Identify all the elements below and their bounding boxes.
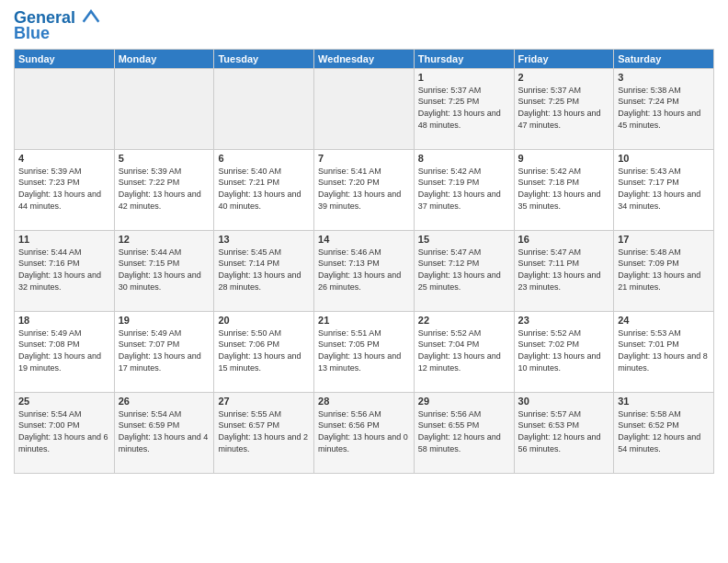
daylight-text: Daylight: 13 hours and 17 minutes. — [119, 350, 210, 373]
cell-info: Sunrise: 5:40 AM Sunset: 7:21 PM Dayligh… — [218, 166, 310, 212]
date-number: 31 — [618, 396, 710, 407]
cell-info: Sunrise: 5:53 AM Sunset: 7:01 PM Dayligh… — [618, 327, 710, 373]
date-number: 6 — [218, 153, 310, 164]
sunset-text: Sunset: 7:25 PM — [418, 96, 510, 108]
cell-info: Sunrise: 5:47 AM Sunset: 7:12 PM Dayligh… — [418, 247, 510, 293]
calendar-cell: 9 Sunrise: 5:42 AM Sunset: 7:18 PM Dayli… — [514, 149, 614, 230]
calendar-cell: 14 Sunrise: 5:46 AM Sunset: 7:13 PM Dayl… — [314, 230, 415, 311]
cell-info: Sunrise: 5:49 AM Sunset: 7:08 PM Dayligh… — [18, 327, 110, 373]
sunset-text: Sunset: 7:19 PM — [418, 177, 510, 189]
cell-info: Sunrise: 5:57 AM Sunset: 6:53 PM Dayligh… — [518, 408, 610, 454]
sunrise-text: Sunrise: 5:57 AM — [518, 408, 610, 420]
sunrise-text: Sunrise: 5:42 AM — [518, 166, 610, 178]
daylight-text: Daylight: 13 hours and 40 minutes. — [218, 189, 310, 212]
date-number: 9 — [518, 153, 610, 164]
week-row-4: 18 Sunrise: 5:49 AM Sunset: 7:08 PM Dayl… — [15, 311, 714, 392]
daylight-text: Daylight: 13 hours and 42 minutes. — [119, 189, 210, 212]
cell-info: Sunrise: 5:54 AM Sunset: 7:00 PM Dayligh… — [18, 408, 110, 454]
cell-info: Sunrise: 5:55 AM Sunset: 6:57 PM Dayligh… — [218, 408, 310, 454]
sunset-text: Sunset: 7:24 PM — [618, 96, 710, 108]
date-number: 3 — [618, 72, 710, 83]
sunrise-text: Sunrise: 5:49 AM — [119, 327, 210, 339]
week-row-3: 11 Sunrise: 5:44 AM Sunset: 7:16 PM Dayl… — [15, 230, 714, 311]
sunset-text: Sunset: 7:23 PM — [18, 177, 110, 189]
sunset-text: Sunset: 7:02 PM — [518, 339, 610, 350]
daylight-text: Daylight: 13 hours and 2 minutes. — [218, 431, 310, 454]
cell-info: Sunrise: 5:49 AM Sunset: 7:07 PM Dayligh… — [119, 327, 210, 373]
date-number: 11 — [18, 234, 110, 245]
sunset-text: Sunset: 7:08 PM — [18, 339, 110, 350]
daylight-text: Daylight: 13 hours and 0 minutes. — [318, 431, 410, 454]
day-header-thursday: Thursday — [414, 49, 514, 68]
calendar-cell: 13 Sunrise: 5:45 AM Sunset: 7:14 PM Dayl… — [214, 230, 314, 311]
calendar-cell: 21 Sunrise: 5:51 AM Sunset: 7:05 PM Dayl… — [314, 311, 415, 392]
cell-info: Sunrise: 5:42 AM Sunset: 7:19 PM Dayligh… — [418, 166, 510, 212]
daylight-text: Daylight: 13 hours and 48 minutes. — [418, 108, 510, 131]
sunset-text: Sunset: 7:18 PM — [518, 177, 610, 189]
sunrise-text: Sunrise: 5:51 AM — [318, 327, 410, 339]
date-number: 10 — [618, 153, 710, 164]
date-number: 14 — [318, 234, 410, 245]
date-number: 13 — [218, 234, 310, 245]
sunrise-text: Sunrise: 5:44 AM — [18, 247, 110, 259]
calendar-cell: 25 Sunrise: 5:54 AM Sunset: 7:00 PM Dayl… — [15, 392, 115, 473]
cell-info: Sunrise: 5:41 AM Sunset: 7:20 PM Dayligh… — [318, 166, 410, 212]
week-row-2: 4 Sunrise: 5:39 AM Sunset: 7:23 PM Dayli… — [15, 149, 714, 230]
sunset-text: Sunset: 7:11 PM — [518, 258, 610, 270]
calendar-cell: 8 Sunrise: 5:42 AM Sunset: 7:19 PM Dayli… — [414, 149, 514, 230]
sunset-text: Sunset: 6:56 PM — [318, 419, 410, 431]
calendar-cell: 23 Sunrise: 5:52 AM Sunset: 7:02 PM Dayl… — [514, 311, 614, 392]
cell-info: Sunrise: 5:51 AM Sunset: 7:05 PM Dayligh… — [318, 327, 410, 373]
sunrise-text: Sunrise: 5:53 AM — [618, 327, 710, 339]
calendar-cell: 12 Sunrise: 5:44 AM Sunset: 7:15 PM Dayl… — [114, 230, 214, 311]
sunset-text: Sunset: 6:59 PM — [119, 419, 210, 431]
week-row-1: 1 Sunrise: 5:37 AM Sunset: 7:25 PM Dayli… — [15, 68, 714, 149]
day-header-saturday: Saturday — [614, 49, 714, 68]
cell-info: Sunrise: 5:56 AM Sunset: 6:56 PM Dayligh… — [318, 408, 410, 454]
sunset-text: Sunset: 7:14 PM — [218, 258, 310, 270]
sunrise-text: Sunrise: 5:52 AM — [518, 327, 610, 339]
cell-info: Sunrise: 5:47 AM Sunset: 7:11 PM Dayligh… — [518, 247, 610, 293]
cell-info: Sunrise: 5:43 AM Sunset: 7:17 PM Dayligh… — [618, 166, 710, 212]
daylight-text: Daylight: 12 hours and 56 minutes. — [518, 431, 610, 454]
sunset-text: Sunset: 7:04 PM — [418, 339, 510, 350]
logo: General Blue — [14, 9, 100, 43]
calendar-cell: 20 Sunrise: 5:50 AM Sunset: 7:06 PM Dayl… — [214, 311, 314, 392]
calendar-cell: 3 Sunrise: 5:38 AM Sunset: 7:24 PM Dayli… — [614, 68, 714, 149]
daylight-text: Daylight: 13 hours and 6 minutes. — [18, 431, 110, 454]
cell-info: Sunrise: 5:44 AM Sunset: 7:15 PM Dayligh… — [119, 247, 210, 293]
cell-info: Sunrise: 5:46 AM Sunset: 7:13 PM Dayligh… — [318, 247, 410, 293]
sunrise-text: Sunrise: 5:49 AM — [18, 327, 110, 339]
sunrise-text: Sunrise: 5:47 AM — [518, 247, 610, 259]
sunrise-text: Sunrise: 5:40 AM — [218, 166, 310, 178]
date-number: 5 — [119, 153, 210, 164]
cell-info: Sunrise: 5:54 AM Sunset: 6:59 PM Dayligh… — [119, 408, 210, 454]
daylight-text: Daylight: 13 hours and 47 minutes. — [518, 108, 610, 131]
daylight-text: Daylight: 13 hours and 34 minutes. — [618, 189, 710, 212]
date-number: 19 — [119, 315, 210, 326]
calendar-cell: 29 Sunrise: 5:56 AM Sunset: 6:55 PM Dayl… — [414, 392, 514, 473]
daylight-text: Daylight: 13 hours and 28 minutes. — [218, 270, 310, 293]
day-header-wednesday: Wednesday — [314, 49, 415, 68]
sunset-text: Sunset: 7:06 PM — [218, 339, 310, 350]
daylight-text: Daylight: 13 hours and 35 minutes. — [518, 189, 610, 212]
sunrise-text: Sunrise: 5:54 AM — [18, 408, 110, 420]
cell-info: Sunrise: 5:37 AM Sunset: 7:25 PM Dayligh… — [518, 85, 610, 131]
daylight-text: Daylight: 13 hours and 15 minutes. — [218, 350, 310, 373]
daylight-text: Daylight: 13 hours and 44 minutes. — [18, 189, 110, 212]
calendar-header: General Blue — [14, 9, 714, 43]
sunrise-text: Sunrise: 5:52 AM — [418, 327, 510, 339]
sunset-text: Sunset: 6:55 PM — [418, 419, 510, 431]
sunrise-text: Sunrise: 5:48 AM — [618, 247, 710, 259]
sunrise-text: Sunrise: 5:39 AM — [119, 166, 210, 178]
date-number: 2 — [518, 72, 610, 83]
calendar-table: SundayMondayTuesdayWednesdayThursdayFrid… — [14, 49, 714, 474]
calendar-cell — [15, 68, 115, 149]
daylight-text: Daylight: 12 hours and 58 minutes. — [418, 431, 510, 454]
daylight-text: Daylight: 13 hours and 21 minutes. — [618, 270, 710, 293]
calendar-cell: 10 Sunrise: 5:43 AM Sunset: 7:17 PM Dayl… — [614, 149, 714, 230]
calendar-cell: 18 Sunrise: 5:49 AM Sunset: 7:08 PM Dayl… — [15, 311, 115, 392]
date-number: 18 — [18, 315, 110, 326]
sunset-text: Sunset: 7:16 PM — [18, 258, 110, 270]
sunrise-text: Sunrise: 5:50 AM — [218, 327, 310, 339]
